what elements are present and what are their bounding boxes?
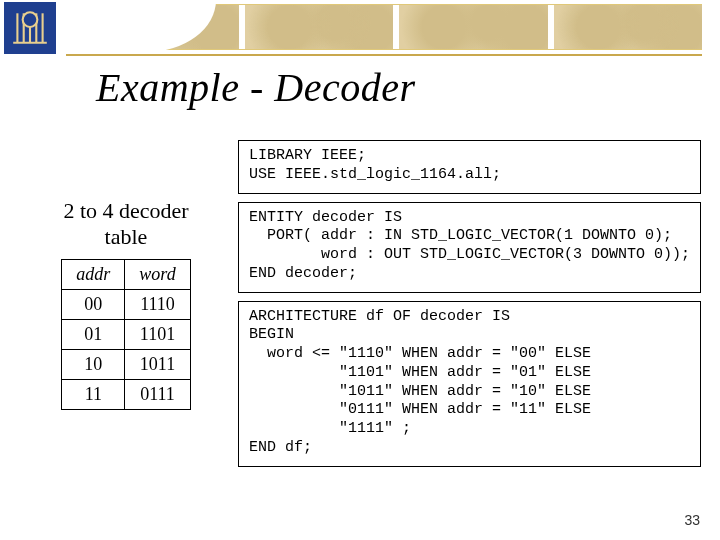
cell: 1110 bbox=[125, 289, 190, 319]
th-word: word bbox=[125, 259, 190, 289]
table-caption: 2 to 4 decoder table bbox=[36, 198, 216, 251]
header-band bbox=[0, 0, 720, 62]
slide-title: Example - Decoder bbox=[96, 64, 415, 111]
right-column: LIBRARY IEEE; USE IEEE.std_logic_1164.al… bbox=[238, 140, 701, 467]
content-area: 2 to 4 decoder table addr word 00 1110 bbox=[36, 140, 694, 467]
cell: 11 bbox=[62, 379, 125, 409]
svg-point-6 bbox=[23, 12, 38, 27]
table-row: 10 1011 bbox=[62, 349, 190, 379]
table-row: 11 0111 bbox=[62, 379, 190, 409]
cell: 01 bbox=[62, 319, 125, 349]
caption-line1: 2 to 4 decoder bbox=[63, 198, 188, 223]
logo-icon bbox=[4, 2, 56, 54]
code-box-library: LIBRARY IEEE; USE IEEE.std_logic_1164.al… bbox=[238, 140, 701, 194]
caption-line2: table bbox=[105, 224, 148, 249]
table-row: 00 1110 bbox=[62, 289, 190, 319]
cell: 10 bbox=[62, 349, 125, 379]
cell: 0111 bbox=[125, 379, 190, 409]
cell: 1011 bbox=[125, 349, 190, 379]
table-row: 01 1101 bbox=[62, 319, 190, 349]
world-map-segment bbox=[554, 5, 703, 49]
slide: Example - Decoder 2 to 4 decoder table a… bbox=[0, 0, 720, 540]
truth-table: addr word 00 1110 01 1101 10 101 bbox=[61, 259, 190, 410]
code-box-entity: ENTITY decoder IS PORT( addr : IN STD_LO… bbox=[238, 202, 701, 293]
page-number: 33 bbox=[684, 512, 700, 528]
cell: 00 bbox=[62, 289, 125, 319]
code-box-architecture: ARCHITECTURE df OF decoder IS BEGIN word… bbox=[238, 301, 701, 467]
world-map-segment bbox=[399, 5, 548, 49]
header-rule bbox=[66, 54, 702, 56]
th-addr: addr bbox=[62, 259, 125, 289]
world-map-segment bbox=[245, 5, 394, 49]
left-column: 2 to 4 decoder table addr word 00 1110 bbox=[36, 140, 216, 467]
cell: 1101 bbox=[125, 319, 190, 349]
